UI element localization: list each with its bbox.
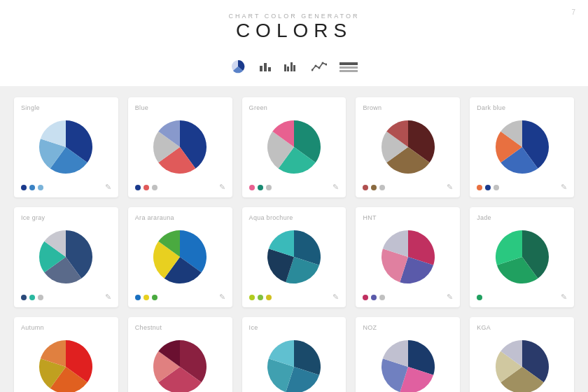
pie-chart (363, 115, 453, 178)
edit-icon[interactable]: ✎ (332, 293, 339, 302)
edit-icon[interactable]: ✎ (447, 183, 453, 192)
edit-icon[interactable]: ✎ (105, 293, 111, 302)
card-dark-blue: Dark blue✎ (470, 97, 574, 197)
card-title: HNT (363, 214, 453, 221)
color-dot (493, 185, 499, 190)
card-ice: Ice✎ (242, 317, 346, 392)
bar-chart-icon[interactable] (258, 60, 271, 76)
color-dot (363, 185, 368, 190)
svg-rect-3 (268, 67, 271, 71)
card-title: NOZ (363, 324, 453, 331)
card-title: Blue (135, 104, 225, 111)
svg-rect-1 (260, 66, 262, 71)
card-footer: ✎ (21, 293, 111, 302)
svg-rect-5 (287, 66, 289, 71)
table-icon[interactable] (340, 61, 358, 76)
card-title: Ara ararauna (135, 214, 225, 221)
card-blue: Blue✎ (128, 97, 232, 197)
card-ara-ararauna: Ara ararauna✎ (128, 207, 232, 307)
card-title: Chestnut (135, 324, 225, 331)
pie-chart (477, 115, 567, 178)
card-footer: ✎ (477, 293, 567, 302)
pie-chart (249, 115, 340, 178)
color-dot (258, 295, 263, 300)
edit-icon[interactable]: ✎ (105, 183, 111, 192)
card-title: Jade (477, 214, 567, 221)
grouped-bar-icon[interactable] (284, 60, 299, 76)
color-dots (21, 295, 43, 300)
card-footer: ✎ (249, 293, 340, 302)
card-green: Green✎ (242, 97, 346, 197)
pie-chart (363, 225, 453, 288)
pie-chart (477, 225, 567, 288)
color-dot (21, 295, 27, 300)
color-dot (21, 185, 27, 190)
pie-chart (135, 115, 225, 178)
card-title: Autumn (21, 324, 111, 331)
card-title: Dark blue (477, 104, 567, 111)
color-dot (135, 295, 141, 300)
card-title: Green (249, 104, 340, 111)
card-footer: ✎ (249, 183, 340, 192)
color-dot (144, 295, 149, 300)
pie-chart-icon[interactable] (230, 59, 246, 78)
color-dots (249, 295, 272, 300)
color-dot (249, 185, 255, 190)
card-footer: ✎ (363, 293, 453, 302)
color-dot (379, 295, 385, 300)
svg-rect-2 (264, 63, 267, 71)
card-footer: ✎ (135, 183, 225, 192)
pie-chart (21, 115, 111, 178)
card-kga: KGA✎ (470, 317, 574, 392)
chart-type-nav (0, 52, 588, 86)
edit-icon[interactable]: ✎ (332, 183, 339, 192)
pie-chart (21, 335, 111, 392)
color-dot (266, 185, 272, 190)
card-footer: ✎ (21, 183, 111, 192)
svg-rect-4 (284, 64, 286, 71)
color-dots (135, 185, 158, 190)
color-dot (379, 185, 385, 190)
edit-icon[interactable]: ✎ (219, 183, 225, 192)
card-brown: Brown✎ (356, 97, 460, 197)
card-footer: ✎ (363, 183, 453, 192)
card-single: Single✎ (14, 97, 118, 197)
color-dot (29, 185, 35, 190)
color-dots (477, 295, 482, 300)
color-dot (38, 295, 43, 300)
color-dot (38, 185, 43, 190)
svg-rect-7 (293, 65, 295, 71)
color-dot (135, 185, 141, 190)
color-dot (477, 295, 482, 300)
card-title: KGA (477, 324, 567, 331)
card-title: Single (21, 104, 111, 111)
edit-icon[interactable]: ✎ (447, 293, 453, 302)
svg-point-11 (322, 62, 324, 64)
card-noz: NOZ✎ (356, 317, 460, 392)
edit-icon[interactable]: ✎ (561, 293, 567, 302)
header: Chart Color Generator COLORS (0, 0, 588, 86)
card-title: Aqua brochure (249, 214, 340, 221)
color-dots (363, 185, 385, 190)
pie-chart (363, 335, 453, 392)
cards-grid: Single✎Blue✎Green✎Brown✎Dark blue✎Ice gr… (0, 86, 588, 392)
color-dot (363, 295, 368, 300)
svg-rect-14 (340, 66, 358, 69)
card-hint: HNT✎ (356, 207, 460, 307)
color-dot (266, 295, 272, 300)
color-dots (21, 185, 43, 190)
svg-point-10 (318, 67, 321, 69)
color-dot (144, 185, 149, 190)
pie-chart (135, 225, 225, 288)
svg-rect-6 (290, 62, 293, 71)
color-dot (152, 295, 158, 300)
line-chart-icon[interactable] (312, 60, 327, 76)
card-title: Ice gray (21, 214, 111, 221)
card-footer: ✎ (135, 293, 225, 302)
color-dots (477, 185, 499, 190)
edit-icon[interactable]: ✎ (561, 183, 567, 192)
card-autumn: Autumn✎ (14, 317, 118, 392)
edit-icon[interactable]: ✎ (219, 293, 225, 302)
color-dot (485, 185, 491, 190)
top-right-number: 7 (571, 8, 575, 16)
